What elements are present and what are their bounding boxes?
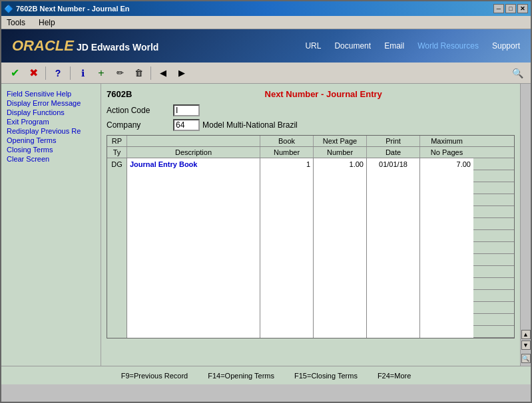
col-rp: RP	[107, 136, 127, 146]
edit-button[interactable]: ✏	[112, 65, 128, 81]
x-icon: ✖	[29, 67, 38, 79]
table-cell	[367, 278, 420, 290]
sidebar-item-display-functions[interactable]: Display Functions	[4, 108, 98, 117]
table-cell	[127, 254, 260, 266]
table-cell: 1	[260, 158, 314, 170]
table-cell	[314, 242, 367, 254]
table-cell	[107, 182, 127, 194]
table-cell	[260, 302, 314, 314]
table-cell	[420, 266, 473, 278]
table-cell	[420, 290, 473, 302]
table-cell	[127, 170, 260, 182]
cancel-button[interactable]: ✖	[25, 65, 41, 81]
search-button[interactable]: 🔍	[509, 65, 525, 81]
help-button[interactable]: ?	[50, 65, 66, 81]
title-bar-controls: ─ □ ✕	[493, 4, 528, 13]
nav-world-resources[interactable]: World Resources	[417, 41, 479, 51]
oracle-logo: ORACLE JD Edwards World	[12, 37, 158, 55]
nav-document[interactable]: Document	[334, 41, 371, 51]
scroll-down-button[interactable]: ▼	[521, 340, 531, 350]
add-button[interactable]: +	[93, 65, 109, 81]
status-bar: F9=Previous Record F14=Opening Terms F15…	[1, 366, 531, 384]
maximize-button[interactable]: □	[505, 4, 516, 13]
delete-button[interactable]: 🗑	[131, 65, 146, 81]
table-cell	[420, 278, 473, 290]
oracle-header: ORACLE JD Edwards World URL Document Ema…	[1, 29, 531, 63]
company-row: Company Model Multi-National Brazil	[107, 119, 515, 131]
table-cell	[420, 170, 473, 182]
action-code-input[interactable]	[173, 104, 200, 116]
sidebar-item-field-sensitive-help[interactable]: Field Sensitive Help	[4, 89, 98, 98]
table-cell	[107, 218, 127, 230]
search-icon: 🔍	[512, 68, 523, 78]
menu-bar: Tools Help	[1, 16, 531, 29]
table-cell	[367, 182, 420, 194]
form-header: 7602B Next Number - Journal Entry	[107, 89, 515, 99]
sidebar-item-closing-terms[interactable]: Closing Terms	[4, 145, 98, 154]
table-cell	[367, 242, 420, 254]
table-cell	[260, 218, 314, 230]
prev-button[interactable]: ◀	[155, 65, 171, 81]
sidebar-item-clear-screen[interactable]: Clear Screen	[4, 154, 98, 164]
table-cell	[314, 302, 367, 314]
table-cell	[107, 254, 127, 266]
menu-tools[interactable]: Tools	[4, 17, 28, 29]
table-cell	[127, 266, 260, 278]
table-cell	[127, 314, 260, 326]
scroll-up-button[interactable]: ▲	[521, 330, 531, 339]
zoom-search-icon[interactable]: 🔍	[521, 354, 531, 363]
menu-help[interactable]: Help	[36, 17, 58, 29]
nav-support[interactable]: Support	[492, 41, 520, 51]
title-text: 7602B Next Number - Journal En	[16, 5, 130, 13]
status-f24: F24=More	[378, 372, 411, 380]
table-cell	[314, 230, 367, 242]
table-cell	[314, 278, 367, 290]
sidebar-item-display-error[interactable]: Display Error Message	[4, 98, 98, 108]
check-icon: ✔	[11, 67, 19, 79]
table-cell	[260, 206, 314, 218]
table-cell	[260, 242, 314, 254]
nav-url[interactable]: URL	[305, 41, 321, 51]
col-description: Description	[127, 147, 260, 158]
table-row	[107, 302, 514, 314]
jde-text: JD Edwards World	[77, 42, 158, 53]
data-table: RP Book Next Page Print Maximum Ty Descr…	[107, 135, 515, 338]
table-cell	[107, 302, 127, 314]
sidebar-item-redisplay[interactable]: Redisplay Previous Re	[4, 126, 98, 136]
table-cell	[107, 242, 127, 254]
next-button[interactable]: ▶	[174, 65, 190, 81]
table-body: DGJournal Entry Book11.0001/01/187.00	[107, 158, 514, 338]
next-icon: ▶	[178, 68, 185, 78]
table-cell	[420, 302, 473, 314]
toolbar-sep-3	[150, 67, 151, 80]
table-cell	[260, 230, 314, 242]
table-rp-row: RP Book Next Page Print Maximum	[107, 136, 514, 147]
close-button[interactable]: ✕	[517, 4, 528, 13]
action-code-label: Action Code	[107, 106, 173, 115]
nav-email[interactable]: Email	[384, 41, 404, 51]
table-cell	[314, 182, 367, 194]
table-row	[107, 266, 514, 278]
col-book: Book	[260, 136, 314, 146]
table-cell	[314, 290, 367, 302]
company-input[interactable]	[173, 119, 200, 131]
status-f15: F15=Closing Terms	[294, 372, 358, 380]
table-cell	[107, 230, 127, 242]
table-row	[107, 314, 514, 326]
table-cell	[420, 182, 473, 194]
table-cell	[127, 326, 260, 338]
table-cell	[420, 230, 473, 242]
sidebar-item-opening-terms[interactable]: Opening Terms	[4, 136, 98, 145]
table-cell	[260, 266, 314, 278]
table-cell	[420, 254, 473, 266]
table-cell	[314, 314, 367, 326]
check-button[interactable]: ✔	[7, 65, 23, 81]
table-row	[107, 254, 514, 266]
table-cell	[127, 290, 260, 302]
minimize-button[interactable]: ─	[493, 4, 504, 13]
table-cell	[127, 206, 260, 218]
question-icon: ?	[55, 68, 61, 78]
info-button[interactable]: ℹ	[75, 65, 91, 81]
sidebar-item-exit[interactable]: Exit Program	[4, 117, 98, 126]
table-cell: 7.00	[420, 158, 473, 170]
